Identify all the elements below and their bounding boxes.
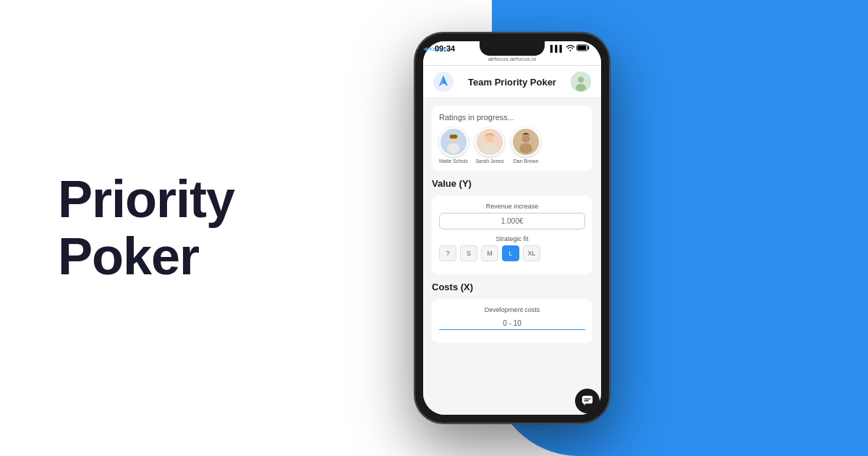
avatar-dan bbox=[511, 127, 540, 156]
svg-rect-1 bbox=[578, 46, 587, 50]
svg-point-11 bbox=[486, 135, 494, 143]
app-title: Team Priority Poker bbox=[459, 77, 565, 88]
hero-line2: Poker bbox=[58, 227, 199, 285]
url-bar: ◀ Kamera airfocus.airfocus.io bbox=[423, 54, 601, 66]
avatar-name-sarah: Sarah Jones bbox=[475, 159, 503, 164]
costs-title: Costs (X) bbox=[432, 282, 473, 292]
signal-icon: ▌▌▌ bbox=[550, 45, 564, 52]
value-title: Value (Y) bbox=[432, 178, 472, 189]
strategic-label: Strategic fit bbox=[439, 235, 585, 242]
chat-button[interactable] bbox=[575, 389, 600, 413]
size-btn-question[interactable]: ? bbox=[439, 245, 456, 261]
ratings-label: Ratings in progress... bbox=[439, 113, 585, 122]
avatar-name-malte: Malte Scholz bbox=[439, 159, 468, 164]
size-btn-s[interactable]: S bbox=[460, 245, 477, 261]
avatars-row: Malte Scholz Sarah bbox=[439, 127, 585, 164]
status-icons: ▌▌▌ bbox=[550, 44, 590, 53]
app-logo bbox=[433, 72, 454, 92]
dev-costs-value[interactable]: 0 - 10 bbox=[439, 316, 585, 330]
strategic-field-group: Strategic fit ? S M L XL bbox=[439, 235, 585, 261]
phone-frame: 09:34 ▌▌▌ bbox=[414, 33, 610, 423]
revenue-field-group: Revenue increase 1.000€ bbox=[439, 203, 585, 229]
wifi-icon bbox=[566, 45, 574, 53]
revenue-value[interactable]: 1.000€ bbox=[439, 213, 585, 229]
header-avatar bbox=[571, 72, 591, 92]
value-section: Revenue increase 1.000€ Strategic fit ? … bbox=[432, 195, 592, 274]
avatar-name-dan: Dan Brown bbox=[514, 159, 539, 164]
dev-costs-field-group: Development costs 0 - 10 bbox=[439, 306, 585, 330]
phone-mockup: 09:34 ▌▌▌ bbox=[414, 33, 610, 423]
avatar-item-malte: Malte Scholz bbox=[439, 127, 468, 164]
back-label: ◀ Kamera bbox=[423, 46, 449, 52]
hero-text: Priority Poker bbox=[58, 171, 234, 285]
app-header: Team Priority Poker bbox=[423, 66, 601, 98]
size-btn-l[interactable]: L bbox=[502, 245, 519, 261]
avatar-item-sarah: Sarah Jones bbox=[475, 127, 504, 164]
battery-icon bbox=[576, 44, 590, 53]
svg-point-8 bbox=[447, 143, 460, 153]
avatar-item-dan: Dan Brown bbox=[511, 127, 540, 164]
svg-point-5 bbox=[576, 84, 586, 91]
svg-point-12 bbox=[483, 143, 496, 153]
svg-rect-18 bbox=[584, 400, 589, 401]
svg-point-15 bbox=[519, 143, 532, 153]
hero-line1: Priority bbox=[58, 170, 234, 228]
url-text: airfocus.airfocus.io bbox=[488, 56, 537, 62]
value-section-title: Value (Y) bbox=[432, 177, 592, 190]
svg-rect-17 bbox=[584, 398, 591, 399]
app-content: Ratings in progress... bbox=[423, 98, 601, 415]
size-btn-m[interactable]: M bbox=[481, 245, 498, 261]
ratings-section: Ratings in progress... bbox=[432, 106, 592, 171]
costs-section: Development costs 0 - 10 bbox=[432, 299, 592, 343]
avatar-malte bbox=[439, 127, 468, 156]
size-selector: ? S M L XL bbox=[439, 245, 585, 261]
status-bar: 09:34 ▌▌▌ bbox=[423, 41, 601, 54]
size-btn-xl[interactable]: XL bbox=[523, 245, 540, 261]
phone-screen: 09:34 ▌▌▌ bbox=[423, 41, 601, 415]
costs-section-title: Costs (X) bbox=[432, 280, 592, 293]
dev-costs-label: Development costs bbox=[439, 306, 585, 313]
svg-point-4 bbox=[578, 77, 584, 83]
avatar-sarah bbox=[475, 127, 504, 156]
svg-point-14 bbox=[522, 135, 530, 143]
svg-rect-9 bbox=[450, 135, 458, 138]
revenue-label: Revenue increase bbox=[439, 203, 585, 210]
svg-rect-16 bbox=[582, 396, 592, 404]
